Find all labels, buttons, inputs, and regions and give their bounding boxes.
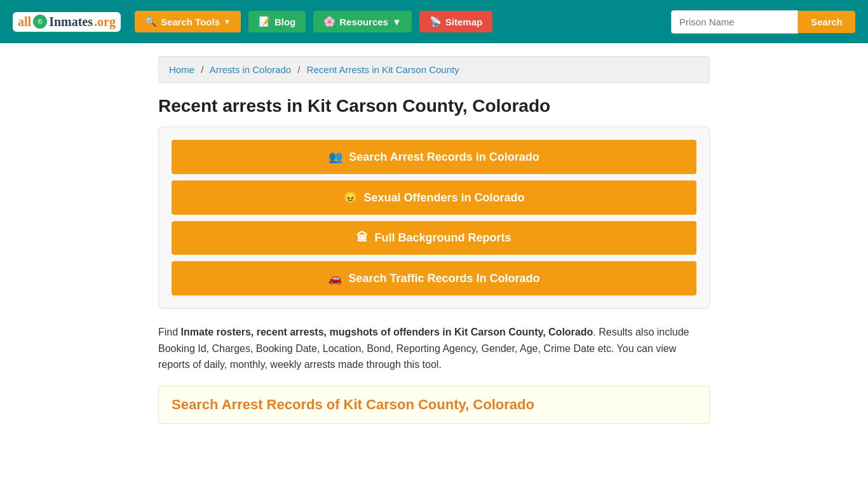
description-paragraph: Find Inmate rosters, recent arrests, mug… (158, 324, 710, 373)
description-bold: Inmate rosters, recent arrests, mugshots… (181, 327, 593, 337)
angry-icon (343, 191, 357, 205)
full-background-reports-button[interactable]: Full Background Reports (172, 221, 696, 255)
section-heading-box: Search Arrest Records of Kit Carson Coun… (158, 386, 710, 424)
search-traffic-records-button[interactable]: Search Traffic Records In Colorado (172, 261, 696, 295)
main-header: all © Inmates .org Search Tools ▼ Blog R… (0, 0, 868, 43)
breadcrumb-sep-1: / (201, 64, 203, 75)
header-search-area: Search (671, 10, 855, 34)
breadcrumb-arrests-link[interactable]: Arrests in Colorado (210, 64, 291, 75)
logo-org-text: .org (94, 15, 116, 29)
logo[interactable]: all © Inmates .org (13, 12, 121, 32)
chevron-down-icon-resources: ▼ (392, 17, 402, 27)
full-background-reports-label: Full Background Reports (374, 231, 511, 245)
header-search-button[interactable]: Search (798, 11, 855, 33)
people-icon (329, 150, 342, 164)
nav-sitemap-label: Sitemap (445, 17, 482, 27)
building-icon (356, 231, 368, 245)
nav-blog-button[interactable]: Blog (248, 11, 306, 32)
breadcrumb-current: Recent Arrests in Kit Carson County (307, 64, 459, 75)
search-arrest-records-label: Search Arrest Records in Colorado (349, 151, 539, 164)
logo-all-text: all (18, 15, 31, 29)
description-prefix: Find (158, 327, 181, 337)
rss-icon (430, 16, 442, 27)
chevron-down-icon: ▼ (224, 18, 231, 25)
car-icon (328, 271, 342, 285)
sexual-offenders-button[interactable]: Sexual Offenders in Colorado (172, 180, 696, 215)
page-title: Recent arrests in Kit Carson County, Col… (158, 96, 710, 116)
action-buttons-box: Search Arrest Records in Colorado Sexual… (158, 126, 710, 309)
breadcrumb: Home / Arrests in Colorado / Recent Arre… (158, 56, 710, 83)
search-arrest-records-button[interactable]: Search Arrest Records in Colorado (172, 140, 696, 174)
blog-icon (259, 16, 271, 27)
logo-dot: © (33, 15, 47, 29)
logo-inmates-text: Inmates (49, 15, 93, 29)
sexual-offenders-label: Sexual Offenders in Colorado (363, 191, 524, 205)
nav-search-tools-button[interactable]: Search Tools ▼ (135, 11, 241, 32)
nav-search-tools-label: Search Tools (161, 17, 220, 27)
prison-name-input[interactable] (671, 10, 798, 34)
nav-sitemap-button[interactable]: Sitemap (419, 11, 492, 32)
nav-resources-label: Resources (339, 17, 388, 27)
breadcrumb-home-link[interactable]: Home (169, 64, 194, 75)
nav-resources-button[interactable]: Resources ▼ (313, 11, 412, 32)
breadcrumb-sep-2: / (297, 64, 300, 75)
search-nav-icon (145, 16, 157, 27)
search-traffic-records-label: Search Traffic Records In Colorado (348, 272, 539, 285)
nav-blog-label: Blog (275, 17, 295, 27)
main-content: Home / Arrests in Colorado / Recent Arre… (148, 43, 720, 437)
header-search-label: Search (811, 17, 843, 27)
resources-icon (323, 16, 336, 27)
section-heading: Search Arrest Records of Kit Carson Coun… (172, 396, 696, 413)
